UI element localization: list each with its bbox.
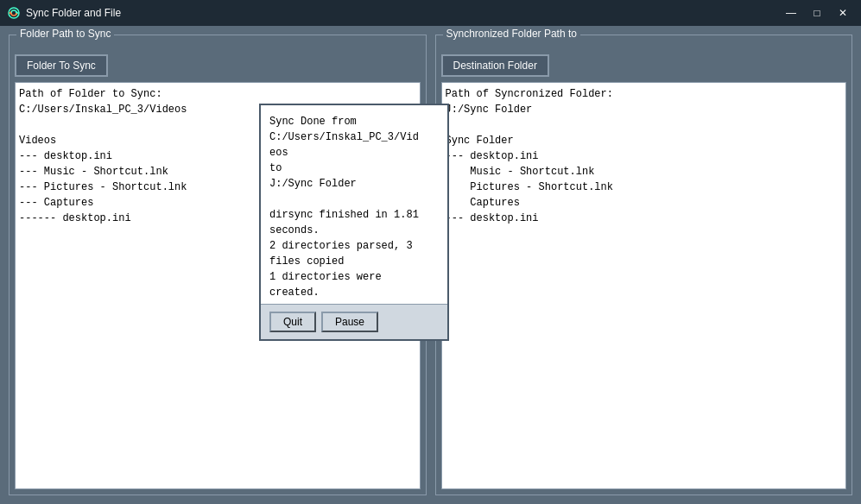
title-bar-controls: — □ ✕ <box>780 4 854 22</box>
main-content: Folder Path to Sync Folder To Sync Path … <box>0 26 861 504</box>
sync-dialog: Sync Done from C:/Users/Inskal_PC_3/Vid … <box>259 104 449 341</box>
minimize-button[interactable]: — <box>780 4 802 22</box>
destination-folder-button[interactable]: Destination Folder <box>441 54 549 77</box>
sync-icon <box>7 6 21 20</box>
quit-button[interactable]: Quit <box>269 312 316 332</box>
right-panel-text: Path of Syncronized Folder: J:/Sync Fold… <box>441 82 847 489</box>
window-title: Sync Folder and File <box>26 7 121 19</box>
left-panel-legend: Folder Path to Sync <box>16 28 114 40</box>
dialog-content: Sync Done from C:/Users/Inskal_PC_3/Vid … <box>261 105 447 304</box>
maximize-button[interactable]: □ <box>806 4 828 22</box>
right-panel: Synchronized Folder Path to Destination … <box>435 35 853 495</box>
right-panel-legend: Synchronized Folder Path to <box>443 28 580 40</box>
right-panel-inner: Destination Folder Path of Syncronized F… <box>436 49 852 495</box>
close-button[interactable]: ✕ <box>832 4 854 22</box>
dialog-buttons: Quit Pause <box>261 304 447 339</box>
folder-to-sync-button[interactable]: Folder To Sync <box>15 54 108 77</box>
title-bar: Sync Folder and File — □ ✕ <box>0 0 861 26</box>
pause-button[interactable]: Pause <box>321 312 378 332</box>
title-bar-left: Sync Folder and File <box>7 6 121 20</box>
